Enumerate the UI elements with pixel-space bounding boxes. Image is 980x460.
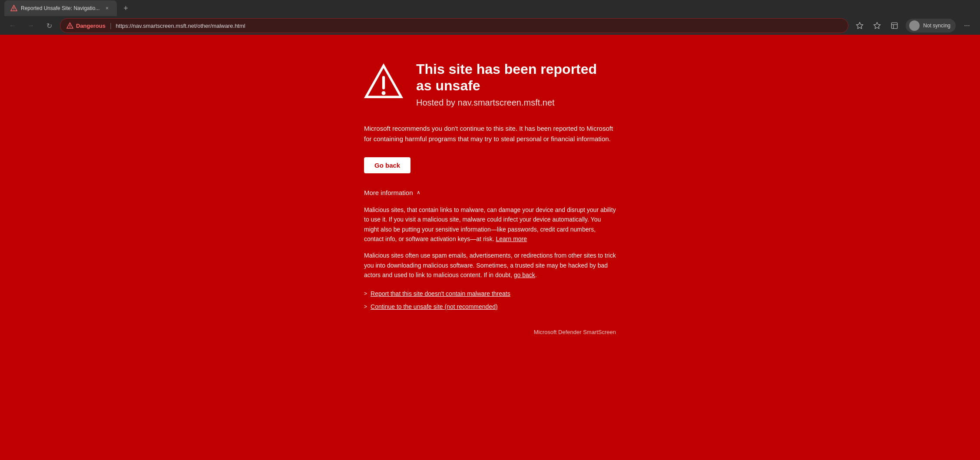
go-back-inline-link[interactable]: go back bbox=[514, 271, 535, 278]
address-url: https://nav.smartscreen.msft.net/other/m… bbox=[116, 23, 842, 29]
back-button[interactable]: ← bbox=[5, 18, 20, 33]
address-bar[interactable]: Dangerous | https://nav.smartscreen.msft… bbox=[60, 18, 848, 33]
continue-site-link[interactable]: Continue to the unsafe site (not recomme… bbox=[371, 302, 498, 311]
nav-actions bbox=[852, 18, 902, 33]
more-info-links: > Report that this site doesn't contain … bbox=[364, 289, 616, 312]
add-favorites-button[interactable] bbox=[869, 18, 885, 33]
svg-point-1 bbox=[70, 27, 70, 28]
danger-icon bbox=[66, 22, 73, 29]
more-info-label: More information bbox=[364, 189, 413, 196]
warning-description: Microsoft recommends you don't continue … bbox=[364, 123, 616, 144]
collections-button[interactable] bbox=[887, 18, 902, 33]
continue-site-link-item: > Continue to the unsafe site (not recom… bbox=[364, 302, 616, 311]
go-back-button[interactable]: Go back bbox=[364, 157, 411, 173]
not-syncing-label: Not syncing bbox=[923, 23, 950, 29]
continue-site-chevron-icon: > bbox=[364, 303, 367, 311]
favorites-button[interactable] bbox=[852, 18, 867, 33]
more-info-content: Malicious sites, that contain links to m… bbox=[364, 205, 616, 312]
not-syncing-button[interactable]: Not syncing bbox=[906, 19, 956, 33]
tab-title: Reported Unsafe Site: Navigatio... bbox=[21, 5, 99, 11]
address-separator: | bbox=[110, 22, 112, 29]
active-tab[interactable]: Reported Unsafe Site: Navigatio... × bbox=[4, 0, 117, 16]
more-info-paragraph2: Malicious sites often use spam emails, a… bbox=[364, 251, 616, 280]
warning-header: This site has been reported as unsafe Ho… bbox=[364, 61, 616, 108]
nav-bar: ← → ↻ Dangerous | https://nav.smartscree… bbox=[0, 17, 980, 35]
danger-label: Dangerous bbox=[76, 23, 106, 29]
more-icon: ··· bbox=[964, 22, 970, 30]
tab-bar: Reported Unsafe Site: Navigatio... × + bbox=[0, 0, 980, 17]
svg-marker-2 bbox=[874, 23, 881, 29]
more-info-toggle[interactable]: More information ∧ bbox=[364, 189, 616, 196]
browser-chrome: Reported Unsafe Site: Navigatio... × + ←… bbox=[0, 0, 980, 35]
refresh-button[interactable]: ↻ bbox=[42, 18, 56, 33]
warning-container: This site has been reported as unsafe Ho… bbox=[364, 61, 616, 335]
new-tab-button[interactable]: + bbox=[119, 1, 132, 15]
report-site-link-item: > Report that this site doesn't contain … bbox=[364, 289, 616, 298]
svg-rect-3 bbox=[892, 23, 898, 29]
more-info-paragraph1: Malicious sites, that contain links to m… bbox=[364, 205, 616, 244]
star-icon bbox=[856, 22, 864, 30]
warning-subtitle: Hosted by nav.smartscreen.msft.net bbox=[416, 98, 616, 108]
report-site-chevron-icon: > bbox=[364, 290, 367, 298]
tab-close-button[interactable]: × bbox=[103, 4, 111, 12]
page-content: This site has been reported as unsafe Ho… bbox=[0, 35, 980, 460]
collections-icon bbox=[891, 22, 898, 30]
tab-favicon-icon bbox=[10, 5, 17, 12]
warning-title-block: This site has been reported as unsafe Ho… bbox=[416, 61, 616, 108]
add-star-icon bbox=[873, 22, 881, 30]
user-avatar bbox=[909, 20, 920, 31]
warning-triangle-icon bbox=[364, 63, 403, 103]
danger-indicator: Dangerous bbox=[66, 22, 106, 29]
svg-point-4 bbox=[382, 91, 386, 95]
forward-button[interactable]: → bbox=[23, 18, 38, 33]
report-site-link[interactable]: Report that this site doesn't contain ma… bbox=[371, 289, 510, 298]
warning-title: This site has been reported as unsafe bbox=[416, 61, 616, 94]
chevron-up-icon: ∧ bbox=[417, 189, 420, 195]
learn-more-link[interactable]: Learn more bbox=[496, 235, 527, 242]
svg-point-0 bbox=[13, 10, 14, 10]
more-tools-button[interactable]: ··· bbox=[959, 18, 975, 33]
footer-brand: Microsoft Defender SmartScreen bbox=[364, 329, 616, 335]
